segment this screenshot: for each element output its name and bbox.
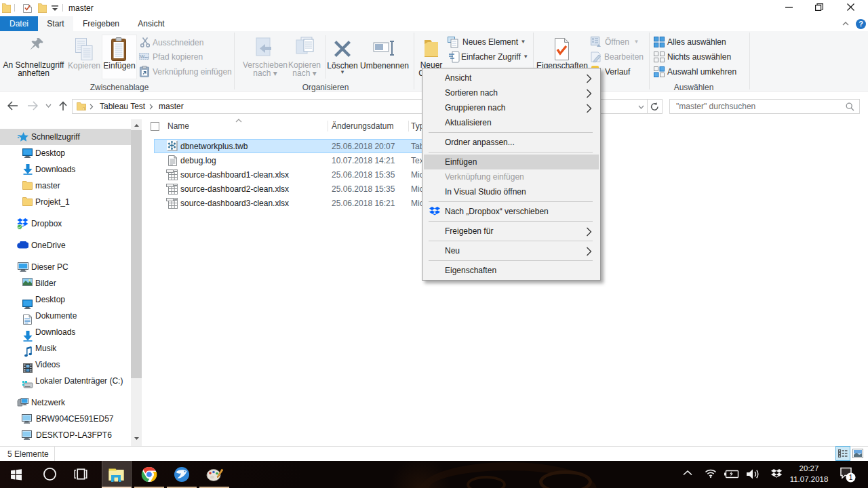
svg-text:W: W: [140, 54, 145, 59]
svg-text:1: 1: [849, 474, 853, 481]
svg-text:?: ?: [859, 20, 863, 28]
